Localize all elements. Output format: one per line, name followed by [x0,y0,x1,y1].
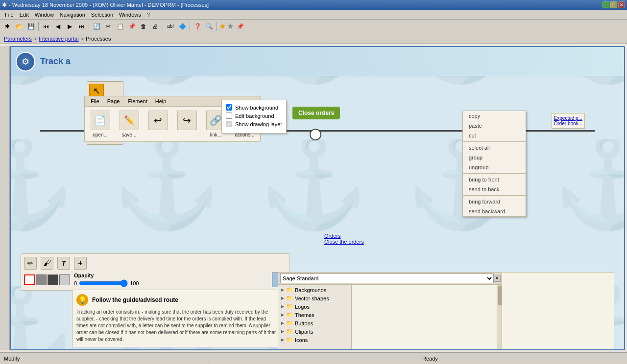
lib-arrow-icons: ▶ [281,338,284,342]
minimize-button[interactable]: _ [603,1,609,8]
toolbar-refresh[interactable]: 🔄 [91,21,102,32]
titlebar: ✱ - Wednesday 18 November 2009 - (XOM) O… [0,0,627,10]
toolbar-prev[interactable]: ◀ [52,21,63,32]
toolbar-graphic[interactable]: 🔷 [177,21,188,32]
paint-draw-tool[interactable]: ✏ [24,257,37,270]
description-panel: 💡 Follow the guide/advised route Trackin… [72,290,283,347]
toolbar-new[interactable]: ✱ [2,21,13,32]
bg-show-drawing-option[interactable]: Show drawing layer [226,121,282,127]
color-box-light[interactable] [59,274,70,285]
lib-label-vector-shapes: Vector shapes [295,296,329,301]
library-panel: Sage Standard Custom ✕ ▶ 📁 Backgrounds ▶… [278,272,503,350]
opacity-min: 0 [74,280,77,286]
library-close-button[interactable]: ✕ [494,275,501,282]
ctx-send-backward[interactable]: send backward [463,206,526,216]
ctx-cut[interactable]: cut [463,131,526,140]
ctx-sep-2 [463,173,526,174]
lib-folder-buttons: 📁 [286,320,293,326]
bg-show-bg-option[interactable]: Show background [226,104,282,111]
canvas-area[interactable]: ⚙ Track a Ordersorders Remindsuppliers C… [10,46,625,350]
lib-label-icons: Icons [295,337,308,343]
toolbar-help[interactable]: ❓ [192,21,203,32]
menu-navigation[interactable]: Navigation [57,11,88,19]
close-button[interactable]: ✕ [618,1,625,8]
edit-bg-checkbox[interactable] [226,113,232,119]
show-bg-checkbox[interactable] [226,104,232,111]
menu-windows[interactable]: Windows [116,11,144,19]
close-the-orders-link[interactable]: Close the orders [324,239,364,245]
status-modify-label: Modify [4,356,20,362]
lib-item-vector-shapes[interactable]: ▶ 📁 Vector shapes [279,294,350,302]
toolbar-save[interactable]: 💾 [25,21,36,32]
bg-edit-bg-option[interactable]: Edit background [226,113,282,119]
lib-item-backgrounds[interactable]: ▶ 📁 Backgrounds [279,286,350,294]
lib-item-cliparts[interactable]: ▶ 📁 Cliparts [279,327,350,336]
ctx-paste[interactable]: paste [463,121,526,131]
lib-item-logos[interactable]: ▶ 📁 Logos [279,302,350,311]
maximize-button[interactable]: □ [610,1,617,8]
ctx-copy[interactable]: copy [463,111,526,121]
toolbar-open[interactable]: 📂 [14,21,24,32]
fm-action-redo[interactable]: ↪ [175,111,198,137]
opacity-slider-row: 0 100 [74,279,268,287]
order-book-link[interactable]: Order book... [554,121,582,126]
ctx-bring-to-front[interactable]: bring to front [463,175,526,184]
toolbar-copy[interactable]: 📋 [115,21,125,32]
breadcrumb-interactive-portal[interactable]: Interactive portal [39,36,78,42]
breadcrumb-parameters[interactable]: Parameters [4,36,32,42]
toolbar-next[interactable]: ▶ [64,21,75,32]
bg-options-panel: Show background Edit background Show dra… [221,100,287,134]
ctx-ungroup[interactable]: ungroup [463,162,526,172]
library-selector[interactable]: Sage Standard Custom [280,273,494,283]
lib-item-buttons[interactable]: ▶ 📁 Buttons [279,319,350,327]
opacity-max: 100 [130,280,139,286]
menu-file[interactable]: File [2,11,17,19]
toolbar-text[interactable]: abl [165,21,176,32]
toolbar-back[interactable]: ⏮ [41,21,51,32]
color-box-gray[interactable] [36,274,47,285]
ctx-group[interactable]: group [463,153,526,162]
expected-progress-link[interactable]: Expected p... [554,115,582,121]
toolbar-search[interactable]: 🔍 [204,21,215,32]
menu-window[interactable]: Window [32,11,57,19]
fm-menu-file[interactable]: File [87,97,103,105]
fm-menu-element[interactable]: Element [123,97,151,105]
toolbar-print[interactable]: 🖨 [150,21,161,32]
paint-text-tool[interactable]: T [57,257,70,270]
toolbar-favorite-active[interactable]: ★ [219,22,226,31]
orders-link-text[interactable]: Orders [324,233,364,239]
fm-action-undo[interactable]: ↩ [146,111,169,137]
menu-selection[interactable]: Selection [88,11,116,19]
color-box-dark[interactable] [48,274,58,285]
fm-menu-help[interactable]: Help [151,97,170,105]
paint-brush-tool[interactable]: 🖌 [41,257,53,270]
lib-item-themes[interactable]: ▶ 📁 Themes [279,311,350,319]
color-box-redwhite[interactable] [24,274,35,285]
fm-open-label: open... [93,132,108,137]
ctx-send-to-back[interactable]: send to back [463,184,526,194]
fm-action-save[interactable]: ✏️ save... [118,111,141,137]
orders-close-link[interactable]: Orders Close the orders [324,233,364,245]
lib-label-themes: Themes [295,312,314,318]
library-content[interactable] [352,285,497,350]
toolbar-delete[interactable]: 🗑 [138,21,149,32]
toolbar-pin[interactable]: 📌 [235,21,245,32]
menu-edit[interactable]: Edit [17,11,32,19]
tb-sep-1 [38,22,39,31]
toolbar-favorite-inactive[interactable]: ★ [227,22,234,31]
status-modify: Modify [0,353,209,364]
toolbar-end[interactable]: ⏭ [76,21,87,32]
menu-help[interactable]: ? [144,11,153,19]
paint-add-tool[interactable]: + [74,257,87,270]
lib-item-icons[interactable]: ▶ 📁 Icons [279,336,350,344]
opacity-slider[interactable] [79,279,128,287]
ctx-select-all[interactable]: select all [463,143,526,153]
close-orders-button[interactable]: Close orders [292,107,340,119]
ctx-bring-forward[interactable]: bring forward [463,197,526,206]
toolbar-cut[interactable]: ✂ [103,21,114,32]
fm-menu-page[interactable]: Page [103,97,124,105]
toolbar-paste[interactable]: 📌 [126,21,137,32]
show-drawing-checkbox[interactable] [226,121,232,127]
lib-label-cliparts: Cliparts [295,329,313,335]
fm-action-open[interactable]: 📄 open... [89,111,112,137]
